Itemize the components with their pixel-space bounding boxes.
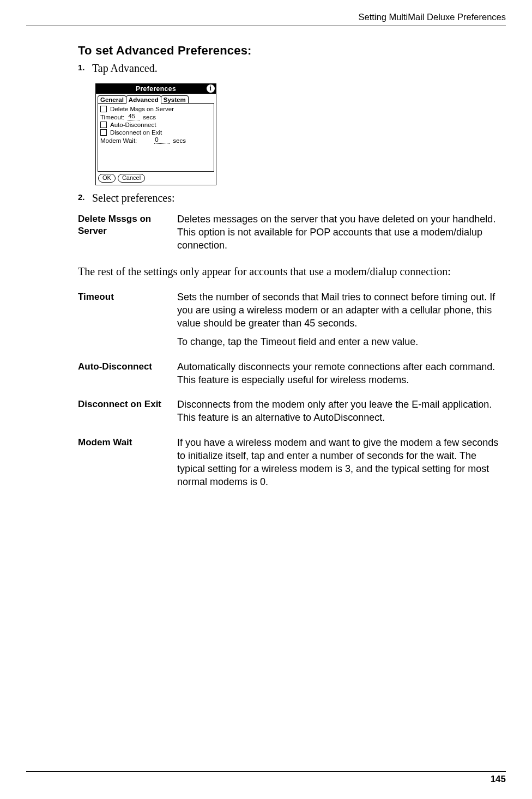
label-timeout: Timeout:: [100, 114, 124, 120]
page-number: 145: [491, 774, 506, 784]
definition-description: If you have a wireless modem and want to…: [177, 437, 506, 489]
running-header: Setting MultiMail Deluxe Preferences: [26, 12, 506, 26]
definition-description: Disconnects from the modem only after yo…: [177, 398, 506, 425]
dialog-titlebar: Preferences i: [96, 84, 216, 94]
field-modem-wait[interactable]: 0: [154, 137, 170, 144]
checkbox-disconnect-on-exit[interactable]: [100, 129, 107, 136]
definitions-group-2: Timeout Sets the number of seconds that …: [78, 291, 506, 489]
procedure-heading: To set Advanced Preferences:: [78, 44, 506, 58]
label-secs-2: secs: [173, 137, 186, 144]
info-icon[interactable]: i: [207, 84, 215, 93]
step-1: 1. Tap Advanced.: [78, 61, 506, 76]
definition-term: Disconnect on Exit: [78, 398, 177, 410]
definition-description: Automatically disconnects your remote co…: [177, 361, 506, 387]
dialog-body: Delete Msgs on Server Timeout: 45 secs A…: [98, 103, 214, 172]
definition-term: Modem Wait: [78, 437, 177, 449]
screenshot-preferences-dialog: Preferences i General Advanced System De…: [95, 83, 506, 185]
tab-general[interactable]: General: [98, 95, 126, 104]
definition-paragraph: To change, tap the Timeout field and ent…: [177, 336, 506, 349]
step-text: Select preferences:: [92, 191, 175, 205]
step-2: 2. Select preferences:: [78, 191, 506, 205]
definition-description: Sets the number of seconds that Mail tri…: [177, 291, 506, 349]
label-delete-msgs: Delete Msgs on Server: [110, 106, 174, 112]
definition-paragraph: Automatically disconnects your remote co…: [177, 361, 506, 387]
label-disconnect-on-exit: Disconnect on Exit: [110, 129, 162, 136]
definition-description: Deletes messages on the server that you …: [177, 213, 506, 252]
definition-term: Auto-Disconnect: [78, 361, 177, 373]
definition-row: Auto-Disconnect Automatically disconnect…: [78, 361, 506, 387]
definitions-group-1: Delete Mssgs on Server Deletes messages …: [78, 213, 506, 252]
step-number: 2.: [78, 191, 92, 202]
definition-paragraph: Deletes messages on the server that you …: [177, 213, 506, 252]
definition-term: Delete Mssgs on Server: [78, 213, 177, 237]
definition-paragraph: Sets the number of seconds that Mail tri…: [177, 291, 506, 330]
ok-button[interactable]: OK: [98, 174, 116, 183]
field-timeout[interactable]: 45: [128, 113, 140, 120]
definition-term: Timeout: [78, 291, 177, 303]
definition-row: Delete Mssgs on Server Deletes messages …: [78, 213, 506, 252]
label-modem-wait: Modem Wait:: [100, 137, 137, 144]
palm-dialog: Preferences i General Advanced System De…: [95, 83, 216, 185]
definition-row: Disconnect on Exit Disconnects from the …: [78, 398, 506, 425]
dialog-title: Preferences: [136, 85, 176, 93]
step-number: 1.: [78, 61, 92, 72]
cancel-button[interactable]: Cancel: [118, 174, 145, 183]
label-auto-disconnect: Auto-Disconnect: [110, 122, 156, 128]
definition-paragraph: If you have a wireless modem and want to…: [177, 437, 506, 489]
step-text: Tap Advanced.: [92, 61, 158, 76]
intermediate-paragraph: The rest of the settings only appear for…: [78, 264, 506, 279]
tab-advanced[interactable]: Advanced: [126, 95, 161, 104]
definition-row: Modem Wait If you have a wireless modem …: [78, 437, 506, 489]
label-secs: secs: [143, 114, 156, 120]
definition-paragraph: Disconnects from the modem only after yo…: [177, 398, 506, 425]
checkbox-auto-disconnect[interactable]: [100, 122, 107, 128]
tab-system[interactable]: System: [161, 95, 189, 104]
checkbox-delete-msgs[interactable]: [100, 106, 107, 112]
definition-row: Timeout Sets the number of seconds that …: [78, 291, 506, 349]
page-footer: 145: [26, 771, 506, 785]
